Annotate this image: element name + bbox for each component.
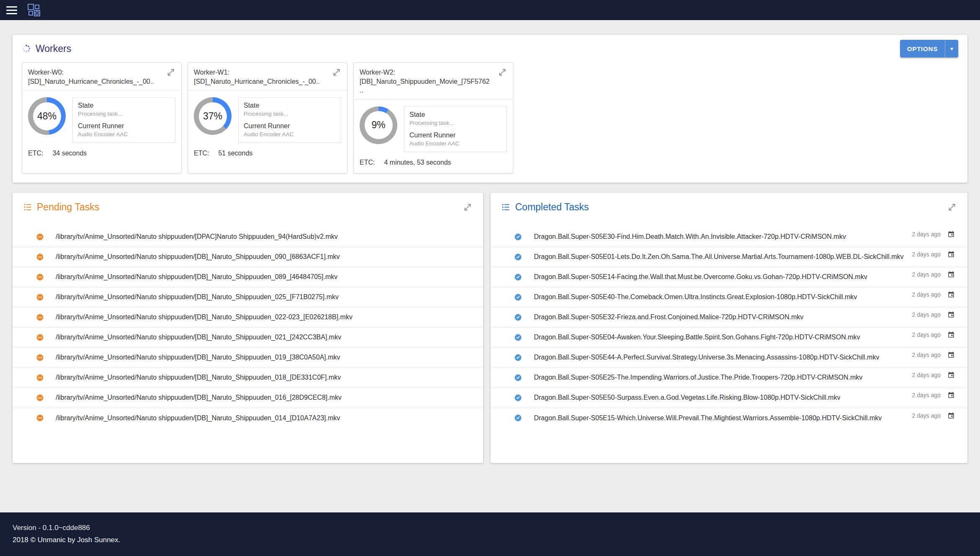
pending-task-row[interactable]: /library/tv/Anime_Unsorted/Naruto shippu… xyxy=(13,287,483,308)
pending-tasks-header: Pending Tasks xyxy=(13,193,483,222)
worker-card-header: Worker-W0: [SD]_Naruto_Hurricane_Chronic… xyxy=(22,63,181,91)
worker-etc-label: ETC: xyxy=(194,150,209,157)
worker-runner-value: Audio Encoder AAC xyxy=(409,140,502,147)
check-circle-icon xyxy=(514,374,522,382)
pending-task-path: /library/tv/Anime_Unsorted/Naruto shippu… xyxy=(56,273,337,281)
options-button[interactable]: OPTIONS ▾ xyxy=(900,40,958,57)
completed-task-row[interactable]: Dragon.Ball.Super-S05E32-Frieza.and.Fros… xyxy=(491,308,967,328)
pending-task-path: /library/tv/Anime_Unsorted/Naruto shippu… xyxy=(56,313,352,321)
top-navbar xyxy=(0,0,980,20)
completed-task-meta: 2 days ago xyxy=(904,391,955,399)
main-content: Workers OPTIONS ▾ Worker-W0: [SD]_Naruto… xyxy=(0,20,980,512)
footer-version: Version - 0.1.0~cdde886 xyxy=(13,522,967,534)
calendar-icon xyxy=(947,351,955,359)
options-button-label[interactable]: OPTIONS xyxy=(900,45,945,52)
pending-status-icon xyxy=(36,354,44,362)
calendar-icon xyxy=(947,311,955,318)
completed-task-name: Dragon.Ball.Super-S05E15-Which.Universe.… xyxy=(534,414,882,422)
pending-tasks-card: Pending Tasks xyxy=(13,193,483,463)
worker-etc-label: ETC: xyxy=(360,159,375,166)
worker-name: Worker-W0: [SD]_Naruto_Hurricane_Chronic… xyxy=(28,68,159,86)
completed-task-row[interactable]: Dragon.Ball.Super-S05E15-Which.Universe.… xyxy=(491,408,967,428)
pending-tasks-title: Pending Tasks xyxy=(37,202,99,213)
pending-task-row[interactable]: /library/tv/Anime_Unsorted/Naruto shippu… xyxy=(13,348,483,368)
pending-task-row[interactable]: /library/tv/Anime_Unsorted/Naruto shippu… xyxy=(13,308,483,328)
pending-task-path: /library/tv/Anime_Unsorted/Naruto shippu… xyxy=(56,394,342,401)
check-circle-icon xyxy=(514,253,522,261)
completed-task-time: 2 days ago xyxy=(912,271,941,278)
expand-icon[interactable] xyxy=(948,203,957,212)
calendar-icon xyxy=(947,251,955,258)
expand-icon[interactable] xyxy=(332,68,341,77)
calendar-icon xyxy=(947,271,955,278)
completed-task-row[interactable]: Dragon.Ball.Super-S05E01-Lets.Do.It.Zen.… xyxy=(491,247,967,267)
pending-status-icon xyxy=(36,273,44,281)
pending-task-path: /library/tv/Anime_Unsorted/Naruto shippu… xyxy=(56,233,338,241)
completed-task-meta: 2 days ago xyxy=(904,371,955,379)
completed-task-row[interactable]: Dragon.Ball.Super-S05E40-The.Comeback.Om… xyxy=(491,287,967,308)
completed-task-row[interactable]: Dragon.Ball.Super-S05E14-Facing.the.Wall… xyxy=(491,267,967,287)
completed-task-time: 2 days ago xyxy=(912,311,941,318)
calendar-icon xyxy=(947,412,955,419)
worker-etc-value: 4 minutes, 53 seconds xyxy=(384,159,451,166)
worker-state-label: State xyxy=(409,111,502,119)
completed-task-row[interactable]: Dragon.Ball.Super-S05E50-Surpass.Even.a.… xyxy=(491,388,967,408)
pending-task-row[interactable]: /library/tv/Anime_Unsorted/Naruto shippu… xyxy=(13,247,483,267)
workers-card-header: Workers OPTIONS ▾ xyxy=(22,35,958,62)
completed-task-time: 2 days ago xyxy=(912,251,941,258)
worker-progress-ring: 48% xyxy=(28,97,66,135)
check-circle-icon xyxy=(514,313,522,321)
expand-icon[interactable] xyxy=(498,68,507,77)
pending-task-path: /library/tv/Anime_Unsorted/Naruto shippu… xyxy=(56,293,339,301)
calendar-icon xyxy=(947,230,955,238)
worker-runner-label: Current Runner xyxy=(78,122,170,130)
pending-task-path: /library/tv/Anime_Unsorted/Naruto shippu… xyxy=(56,374,341,381)
worker-card-body: 9% State Processing task... Current Runn… xyxy=(354,100,513,155)
completed-task-row[interactable]: Dragon.Ball.Super-S05E25-The.Impending.W… xyxy=(491,368,967,388)
check-circle-icon xyxy=(514,233,522,241)
options-caret-icon[interactable]: ▾ xyxy=(945,40,958,57)
worker-state-box: State Processing task... Current Runner … xyxy=(72,97,175,143)
worker-progress-percent: 48% xyxy=(33,102,61,130)
completed-task-meta: 2 days ago xyxy=(904,230,955,238)
completed-task-meta: 2 days ago xyxy=(904,291,955,298)
completed-task-name: Dragon.Ball.Super-S05E01-Lets.Do.It.Zen.… xyxy=(534,253,903,261)
expand-icon[interactable] xyxy=(463,203,472,212)
pending-task-path: /library/tv/Anime_Unsorted/Naruto shippu… xyxy=(56,253,340,261)
pending-status-icon xyxy=(36,394,44,402)
completed-task-meta: 2 days ago xyxy=(904,412,955,419)
completed-task-time: 2 days ago xyxy=(912,392,941,398)
calendar-icon xyxy=(947,291,955,298)
completed-task-row[interactable]: Dragon.Ball.Super-S05E44-A.Perfect.Survi… xyxy=(491,348,967,368)
check-circle-icon xyxy=(514,293,522,301)
footer-copyright: 2018 © Unmanic by Josh Sunnex. xyxy=(13,534,967,546)
pending-task-row[interactable]: /library/tv/Anime_Unsorted/Naruto shippu… xyxy=(13,227,483,247)
menu-icon[interactable] xyxy=(6,3,21,17)
pending-status-icon xyxy=(36,414,44,422)
completed-task-name: Dragon.Ball.Super-S05E40-The.Comeback.Om… xyxy=(534,293,857,301)
completed-task-meta: 2 days ago xyxy=(904,271,955,278)
unmanic-logo-icon xyxy=(27,3,41,17)
worker-card-body: 37% State Processing task... Current Run… xyxy=(188,91,347,145)
pending-task-row[interactable]: /library/tv/Anime_Unsorted/Naruto shippu… xyxy=(13,388,483,408)
pending-task-row[interactable]: /library/tv/Anime_Unsorted/Naruto shippu… xyxy=(13,328,483,348)
completed-task-time: 2 days ago xyxy=(912,372,941,378)
completed-task-list: Dragon.Ball.Super-S05E30-Find.Him.Death.… xyxy=(491,227,967,428)
pending-status-icon xyxy=(36,334,44,341)
worker-etc-value: 51 seconds xyxy=(218,150,252,157)
completed-task-row[interactable]: Dragon.Ball.Super-S05E04-Awaken.Your.Sle… xyxy=(491,328,967,348)
check-circle-icon xyxy=(514,354,522,362)
worker-state-label: State xyxy=(78,102,170,109)
pending-task-row[interactable]: /library/tv/Anime_Unsorted/Naruto shippu… xyxy=(13,267,483,287)
pending-task-row[interactable]: /library/tv/Anime_Unsorted/Naruto shippu… xyxy=(13,368,483,388)
completed-task-name: Dragon.Ball.Super-S05E30-Find.Him.Death.… xyxy=(534,233,846,241)
worker-progress-percent: 9% xyxy=(365,111,393,139)
expand-icon[interactable] xyxy=(167,68,175,77)
completed-task-name: Dragon.Ball.Super-S05E14-Facing.the.Wall… xyxy=(534,273,867,281)
pending-task-row[interactable]: /library/tv/Anime_Unsorted/Naruto shippu… xyxy=(13,408,483,428)
worker-card: Worker-W2: [DB]_Naruto_Shippuuden_Movie_… xyxy=(353,62,513,173)
pending-task-path: /library/tv/Anime_Unsorted/Naruto shippu… xyxy=(56,414,340,422)
worker-name: Worker-W1: [SD]_Naruto_Hurricane_Chronic… xyxy=(194,68,324,86)
completed-tasks-header: Completed Tasks xyxy=(491,193,967,222)
completed-task-row[interactable]: Dragon.Ball.Super-S05E30-Find.Him.Death.… xyxy=(491,227,967,247)
